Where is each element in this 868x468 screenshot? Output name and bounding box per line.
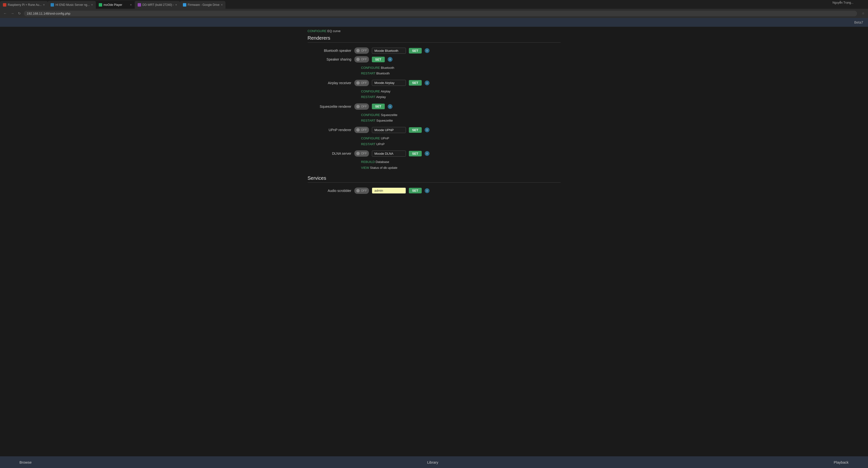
tab-favicon-raspberry bbox=[3, 3, 6, 6]
back-button[interactable]: ← bbox=[2, 11, 8, 16]
upnp-toggle[interactable]: OFF bbox=[354, 127, 369, 133]
tab-moode[interactable]: moOde Player × bbox=[96, 1, 135, 9]
dlna-row: DLNA server OFF SET i bbox=[308, 150, 561, 157]
services-divider bbox=[308, 182, 561, 183]
audio-scrobbler-input[interactable] bbox=[372, 188, 406, 194]
page-section: CONFIGURE EQ curve Renderers Bluetooth s… bbox=[300, 29, 568, 194]
dlna-set-btn[interactable]: SET bbox=[409, 151, 422, 156]
upnp-info-icon[interactable]: i bbox=[425, 127, 430, 132]
forward-button[interactable]: → bbox=[10, 11, 15, 16]
renderers-heading: Renderers bbox=[308, 35, 561, 41]
airplay-receiver-set-btn[interactable]: SET bbox=[409, 80, 422, 86]
tab-ddwrt[interactable]: DD-WRT (build 27240) - × bbox=[135, 1, 180, 9]
star-icon[interactable]: ☆ bbox=[861, 11, 866, 15]
airplay-receiver-toggle[interactable]: OFF bbox=[354, 80, 369, 86]
reload-button[interactable]: ↻ bbox=[17, 11, 22, 16]
bottom-nav: Browse Library Playback bbox=[0, 456, 868, 468]
squeezelite-set-btn[interactable]: SET bbox=[372, 104, 385, 109]
squeezelite-label: Squeezelite renderer bbox=[308, 104, 351, 108]
version-label: Beta7 bbox=[854, 21, 863, 24]
tab-label-hiend: HI END Music Server ng... bbox=[56, 3, 90, 6]
squeezelite-toggle-state: OFF bbox=[361, 105, 367, 108]
restart-upnp-link[interactable]: RESTART UPnP bbox=[361, 141, 561, 147]
tab-favicon-moode bbox=[99, 3, 102, 6]
bluetooth-speaker-input[interactable] bbox=[372, 48, 406, 54]
squeezelite-toggle[interactable]: OFF bbox=[354, 103, 369, 110]
tab-label-ddwrt: DD-WRT (build 27240) - bbox=[143, 3, 174, 6]
dlna-toggle-state: OFF bbox=[361, 152, 367, 155]
dlna-input[interactable] bbox=[372, 151, 406, 157]
upnp-label: UPnP renderer bbox=[308, 128, 351, 132]
tab-close-hiend[interactable]: × bbox=[91, 3, 93, 6]
airplay-sub-links: CONFIGURE Airplay RESTART Airplay bbox=[361, 89, 561, 100]
audio-scrobbler-toggle[interactable]: OFF bbox=[354, 188, 369, 194]
dlna-sub-links: REBUILD Database VIEW Status of db updat… bbox=[361, 159, 561, 170]
speaker-sharing-info-icon[interactable]: i bbox=[388, 57, 393, 62]
toggle-circle-scrobbler bbox=[356, 189, 360, 192]
tab-favicon-ddwrt bbox=[138, 3, 141, 6]
restart-bluetooth-link[interactable]: RESTART Bluetooth bbox=[361, 70, 561, 76]
airplay-receiver-row: Airplay receiver OFF SET i bbox=[308, 80, 561, 86]
configure-squeezelite-link[interactable]: CONFIGURE Squeezelite bbox=[361, 112, 561, 118]
tab-close-moode[interactable]: × bbox=[130, 3, 132, 6]
bluetooth-sub-links: CONFIGURE Bluetooth RESTART Bluetooth bbox=[361, 65, 561, 76]
configure-airplay-link[interactable]: CONFIGURE Airplay bbox=[361, 89, 561, 94]
squeezelite-info-icon[interactable]: i bbox=[388, 104, 393, 109]
audio-scrobbler-info-icon[interactable]: i bbox=[425, 188, 430, 193]
main-content: CONFIGURE EQ curve Renderers Bluetooth s… bbox=[0, 27, 868, 468]
upnp-sub-links: CONFIGURE UPnP RESTART UPnP bbox=[361, 135, 561, 147]
tab-raspberry[interactable]: Raspberry Pi + Rune Au... × bbox=[0, 1, 48, 9]
configure-eq-rest: EQ curve bbox=[327, 29, 341, 33]
view-dlna-link[interactable]: VIEW Status of db update bbox=[361, 165, 561, 170]
tab-favicon-firmware bbox=[183, 3, 186, 6]
tab-label-moode: moOde Player bbox=[103, 3, 129, 6]
tab-close-firmware[interactable]: × bbox=[221, 3, 222, 6]
speaker-sharing-toggle[interactable]: OFF bbox=[354, 56, 369, 63]
browse-nav-item[interactable]: Browse bbox=[20, 460, 32, 464]
address-input[interactable] bbox=[24, 11, 857, 16]
squeezelite-row: Squeezelite renderer OFF SET i bbox=[308, 103, 561, 110]
dlna-toggle[interactable]: OFF bbox=[354, 150, 369, 157]
configure-bluetooth-link[interactable]: CONFIGURE Bluetooth bbox=[361, 65, 561, 70]
address-bar: ← → ↻ ☆ bbox=[0, 9, 868, 18]
tab-bar: Raspberry Pi + Rune Au... × HI END Music… bbox=[0, 0, 868, 9]
playback-nav-item[interactable]: Playback bbox=[834, 460, 848, 464]
bluetooth-speaker-toggle[interactable]: OFF bbox=[354, 48, 369, 54]
upnp-toggle-state: OFF bbox=[361, 128, 367, 132]
restart-squeezelite-link[interactable]: RESTART Squeezelite bbox=[361, 118, 561, 123]
dlna-label: DLNA server bbox=[308, 152, 351, 155]
restart-airplay-link[interactable]: RESTART Airplay bbox=[361, 94, 561, 100]
speaker-sharing-set-btn[interactable]: SET bbox=[372, 57, 385, 62]
audio-scrobbler-label: Audio scrobbler bbox=[308, 189, 351, 193]
toggle-circle-dlna bbox=[356, 152, 360, 155]
tab-hiend[interactable]: HI END Music Server ng... × bbox=[48, 1, 96, 9]
audio-scrobbler-row: Audio scrobbler OFF SET i bbox=[308, 188, 561, 194]
toggle-circle-sq bbox=[356, 105, 360, 108]
bluetooth-speaker-set-btn[interactable]: SET bbox=[409, 48, 422, 54]
user-info: Nguyễn Trọng... bbox=[833, 1, 868, 9]
upnp-set-btn[interactable]: SET bbox=[409, 127, 422, 133]
bluetooth-speaker-info-icon[interactable]: i bbox=[425, 48, 430, 53]
audio-scrobbler-set-btn[interactable]: SET bbox=[409, 188, 422, 193]
dlna-info-icon[interactable]: i bbox=[425, 151, 430, 156]
airplay-receiver-info-icon[interactable]: i bbox=[425, 81, 430, 85]
toggle-circle-ap bbox=[356, 81, 360, 85]
rebuild-dlna-link[interactable]: REBUILD Database bbox=[361, 159, 561, 165]
info-bar: Beta7 bbox=[0, 18, 868, 27]
tab-favicon-hiend bbox=[51, 3, 54, 6]
airplay-toggle-state: OFF bbox=[361, 81, 367, 85]
tab-label-raspberry: Raspberry Pi + Rune Au... bbox=[8, 3, 41, 6]
bluetooth-speaker-row: Bluetooth speaker OFF SET i bbox=[308, 48, 561, 54]
configure-upnp-link[interactable]: CONFIGURE UPnP bbox=[361, 135, 561, 141]
tab-close-ddwrt[interactable]: × bbox=[175, 3, 177, 6]
upnp-input[interactable] bbox=[372, 127, 406, 133]
browser-chrome: Raspberry Pi + Rune Au... × HI END Music… bbox=[0, 0, 868, 18]
airplay-receiver-input[interactable] bbox=[372, 80, 406, 86]
toggle-circle-bt bbox=[356, 49, 360, 52]
tab-firmware[interactable]: Firmware - Google Drive × bbox=[180, 1, 226, 9]
configure-eq-link[interactable]: CONFIGURE EQ curve bbox=[308, 29, 561, 33]
library-nav-item[interactable]: Library bbox=[427, 460, 438, 464]
configure-eq-text: CONFIGURE bbox=[308, 29, 327, 33]
tab-close-raspberry[interactable]: × bbox=[43, 3, 45, 6]
toggle-circle-upnp bbox=[356, 128, 360, 132]
